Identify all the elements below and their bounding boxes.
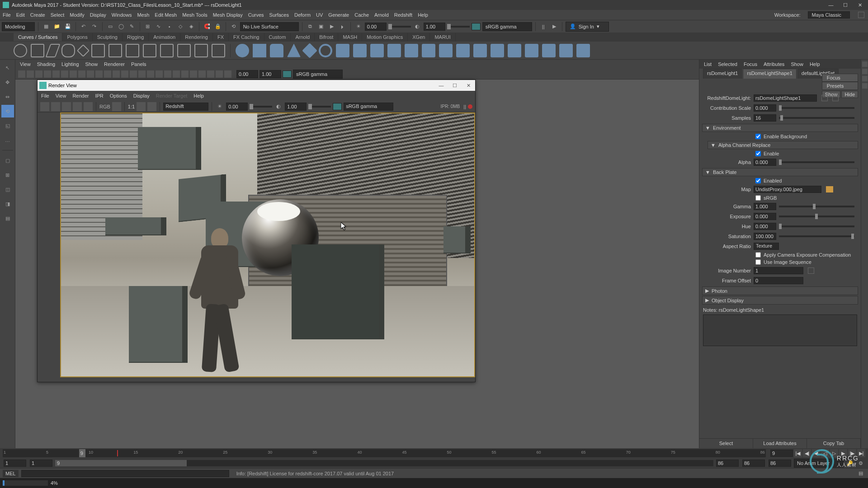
shelf-arc2-icon[interactable] <box>126 44 139 57</box>
shelf-attach-icon[interactable] <box>143 44 156 57</box>
last-tool-icon[interactable]: … <box>1 134 14 146</box>
panel-menu-panels[interactable]: Panels <box>131 61 146 67</box>
shelf-tab-rigging[interactable]: Rigging <box>123 33 149 41</box>
shelf-tab-render[interactable]: Rendering <box>180 33 213 41</box>
menu-create[interactable]: Create <box>30 12 45 18</box>
rv-minimize[interactable]: — <box>434 81 448 90</box>
ae-aspect-dd[interactable]: Texture <box>754 243 779 250</box>
ae-contrib-slider[interactable] <box>779 107 854 109</box>
time-track[interactable]: 1 5 10 15 20 25 30 35 40 45 50 55 60 65 … <box>3 449 766 457</box>
panel-icon[interactable] <box>87 70 94 78</box>
cmd-input[interactable] <box>21 470 229 477</box>
shelf-offset-icon[interactable] <box>212 44 225 57</box>
shelf-bevel-icon[interactable] <box>439 44 453 57</box>
ae-tab-attributes[interactable]: Attributes <box>764 61 784 67</box>
shelf-square-icon[interactable] <box>31 44 44 57</box>
exposure-icon[interactable]: ☀ <box>354 22 363 31</box>
rv-render-icon[interactable] <box>40 102 49 111</box>
viewtransform-swatch[interactable] <box>472 23 481 30</box>
shelf-planar-icon[interactable] <box>370 44 384 57</box>
persp-graph-icon[interactable]: ◨ <box>1 197 14 210</box>
panel-icon[interactable] <box>130 70 137 78</box>
menu-edit[interactable]: Edit <box>16 12 25 18</box>
snap-grid-icon[interactable]: ⊞ <box>143 22 152 31</box>
ae-alpha-val[interactable] <box>754 159 776 166</box>
save-scene-icon[interactable]: 💾 <box>63 22 72 31</box>
ae-useseq-check[interactable] <box>755 259 761 265</box>
shelf-detach-surf-icon[interactable] <box>542 44 556 57</box>
shelf-sphere-icon[interactable] <box>236 44 249 57</box>
shelf-extend-icon[interactable] <box>194 44 208 57</box>
range-start-b[interactable] <box>30 460 52 467</box>
ae-tab-help[interactable]: Help <box>810 61 820 67</box>
snap-curve-icon[interactable]: ∿ <box>154 22 163 31</box>
panel-menu-renderer[interactable]: Renderer <box>104 61 125 67</box>
shelf-untrim-icon[interactable] <box>508 44 521 57</box>
rv-menu-view[interactable]: View <box>56 93 66 99</box>
rv-exp-slider[interactable] <box>250 106 272 108</box>
select-tool-icon[interactable]: ↖ <box>1 61 14 74</box>
ae-load-button[interactable]: Load Attributes <box>753 439 807 448</box>
shelf-cylinder-icon[interactable] <box>270 44 283 57</box>
shelf-detach-icon[interactable] <box>160 44 174 57</box>
four-view-icon[interactable]: ⊞ <box>1 169 14 181</box>
shelf-project-icon[interactable] <box>456 44 470 57</box>
menu-display[interactable]: Display <box>90 12 106 18</box>
ae-hue-val[interactable] <box>754 223 776 230</box>
lock-icon[interactable]: 🔒 <box>213 22 222 31</box>
pause-icon[interactable]: || <box>463 104 466 109</box>
rv-gam-slider[interactable] <box>308 106 331 108</box>
panel-icon[interactable] <box>156 70 163 78</box>
panel-icon[interactable] <box>95 70 103 78</box>
shelf-attach-surf-icon[interactable] <box>525 44 538 57</box>
ae-gamma-slider[interactable] <box>779 206 854 207</box>
move-tool-icon[interactable]: ⇔ <box>1 90 14 103</box>
cb-icon[interactable] <box>862 83 868 89</box>
panel-icon[interactable] <box>121 70 128 78</box>
ae-exp-val[interactable] <box>754 213 776 220</box>
cmd-lang[interactable]: MEL <box>3 470 19 477</box>
rv-gamma[interactable] <box>285 103 307 111</box>
minimize-button[interactable]: — <box>825 1 837 9</box>
rv-close[interactable]: ✕ <box>462 81 475 90</box>
lasso-tool-icon[interactable]: ✥ <box>1 76 14 89</box>
undo-icon[interactable]: ↶ <box>79 22 88 31</box>
render-view-window[interactable]: Render View — ☐ ✕ File View Render IPR O… <box>37 80 476 382</box>
rv-menu-display[interactable]: Display <box>133 93 150 99</box>
exposure-slider[interactable] <box>388 26 411 28</box>
shelf-cone-icon[interactable] <box>287 44 301 57</box>
cb-icon[interactable] <box>862 76 868 81</box>
shelf-circle-icon[interactable] <box>14 44 27 57</box>
gamma-field[interactable] <box>424 23 445 31</box>
ae-section-alpha[interactable]: ▼Alpha Channel Replace <box>708 141 858 149</box>
menu-editmesh[interactable]: Edit Mesh <box>155 12 177 18</box>
rv-ipr-icon[interactable] <box>73 102 82 111</box>
shelf-tab-anim[interactable]: Animation <box>149 33 180 41</box>
rv-menu-file[interactable]: File <box>41 93 49 99</box>
menu-generate[interactable]: Generate <box>328 12 349 18</box>
render-view-image[interactable] <box>60 113 475 377</box>
ae-sat-val[interactable] <box>754 233 776 240</box>
rv-menu-options[interactable]: Options <box>110 93 127 99</box>
rv-refresh-icon[interactable] <box>84 102 93 111</box>
sym-icon[interactable]: ⧉ <box>306 22 315 31</box>
rv-gamma-icon[interactable]: ◐ <box>274 102 283 111</box>
folder-icon[interactable] <box>826 186 833 192</box>
shelf-torus-icon[interactable] <box>319 44 332 57</box>
shelf-boundary-icon[interactable] <box>422 44 435 57</box>
make-live-icon[interactable]: 🧲 <box>203 22 212 31</box>
ae-focus-button[interactable]: Focus <box>822 74 858 82</box>
ae-exp-slider[interactable] <box>779 216 854 217</box>
gamma-slider[interactable] <box>447 26 470 28</box>
exposure-field[interactable] <box>365 23 387 31</box>
current-time-marker[interactable]: 9 <box>79 449 85 457</box>
shelf-intersect-icon[interactable] <box>473 44 487 57</box>
shelf-plane-icon[interactable] <box>302 43 317 58</box>
menu-arnold[interactable]: Arnold <box>374 12 389 18</box>
persp-outliner-icon[interactable]: ◫ <box>1 183 14 196</box>
render-view-titlebar[interactable]: Render View — ☐ ✕ <box>38 80 475 91</box>
shelf-insert-iso-icon[interactable] <box>576 44 590 57</box>
panel-icon[interactable] <box>104 70 111 78</box>
range-end-b[interactable] <box>742 460 765 467</box>
ae-alpha-slider[interactable] <box>779 161 854 163</box>
